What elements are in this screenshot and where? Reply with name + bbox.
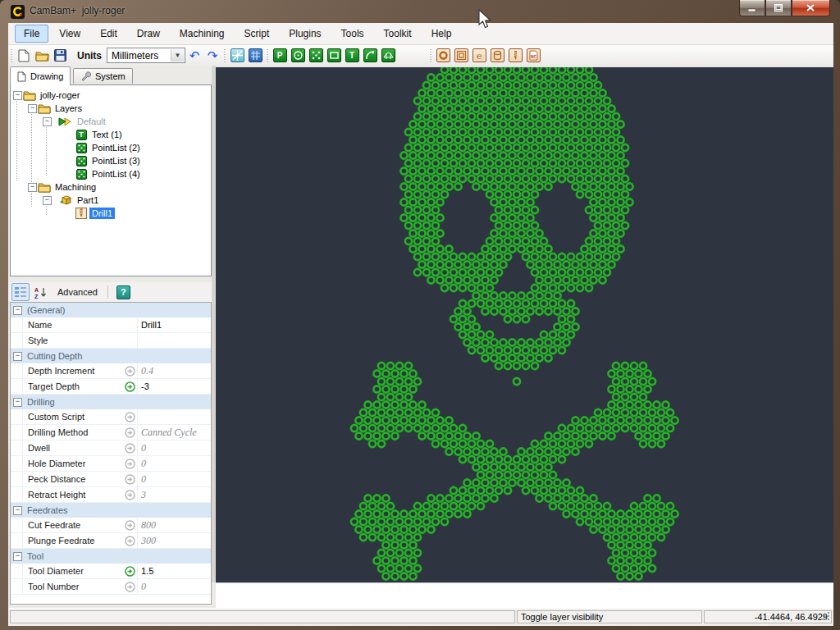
draw-rectangle-icon[interactable] <box>326 48 342 64</box>
machine-profile-icon[interactable] <box>435 48 451 64</box>
property-row[interactable]: Hole Diameter0 <box>11 456 211 472</box>
property-value[interactable] <box>137 333 211 348</box>
default-value-icon[interactable] <box>123 582 137 592</box>
tree-node-text1[interactable]: T Text (1) <box>11 128 211 141</box>
snap-icon[interactable] <box>229 48 245 64</box>
machine-lathe-icon[interactable] <box>489 48 505 64</box>
tree-node-default-layer[interactable]: − Default <box>11 115 211 128</box>
property-row[interactable]: Retract Height3 <box>11 487 211 503</box>
machine-drill-icon[interactable] <box>507 48 523 64</box>
maximize-button[interactable] <box>765 0 792 16</box>
default-value-icon[interactable] <box>123 459 137 469</box>
property-value[interactable]: 0.4 <box>137 363 211 378</box>
grid-icon[interactable] <box>247 48 263 64</box>
draw-circle-icon[interactable] <box>290 48 306 64</box>
property-row[interactable]: Plunge Feedrate300 <box>11 533 211 549</box>
property-value[interactable]: 0 <box>137 472 211 486</box>
tree-node-pointlist4[interactable]: PointList (4) <box>11 167 211 180</box>
drawing-canvas[interactable] <box>216 67 833 582</box>
tree-node-part1[interactable]: − Part1 <box>11 194 211 207</box>
help-icon[interactable]: ? <box>115 284 132 300</box>
tab-drawing[interactable]: Drawing <box>10 66 71 85</box>
property-value[interactable]: 0 <box>137 456 211 471</box>
collapse-box[interactable]: − <box>13 91 22 100</box>
save-icon[interactable] <box>52 48 68 64</box>
tree-node-machining[interactable]: − Machining <box>11 180 211 194</box>
tree-node-pointlist2[interactable]: PointList (2) <box>11 141 211 154</box>
open-folder-icon[interactable] <box>34 48 50 64</box>
menu-help[interactable]: Help <box>422 25 461 43</box>
redo-icon[interactable]: ↷ <box>204 48 221 64</box>
category-row[interactable]: −Drilling <box>11 395 211 409</box>
collapse-box[interactable]: − <box>13 306 22 315</box>
property-row[interactable]: Tool Number0 <box>11 579 211 595</box>
collapse-box[interactable]: − <box>13 506 22 515</box>
draw-text-icon[interactable]: T <box>344 48 360 64</box>
draw-pointlist-icon[interactable] <box>308 48 324 64</box>
tree-node-drill1[interactable]: Drill1 <box>11 207 211 220</box>
menu-view[interactable]: View <box>50 25 89 43</box>
resize-grip-icon[interactable] <box>820 611 830 621</box>
property-row[interactable]: Style <box>11 333 211 349</box>
draw-polyline-icon[interactable]: P <box>272 48 288 64</box>
default-value-icon[interactable] <box>123 474 137 485</box>
menu-tools[interactable]: Tools <box>332 25 373 43</box>
property-row[interactable]: Depth Increment0.4 <box>11 363 211 379</box>
default-value-icon[interactable] <box>123 412 137 422</box>
property-value[interactable]: 800 <box>137 518 211 532</box>
minimize-button[interactable] <box>739 0 765 16</box>
menu-draw[interactable]: Draw <box>128 25 169 43</box>
menu-edit[interactable]: Edit <box>91 25 126 43</box>
categorized-view-icon[interactable] <box>11 283 30 301</box>
tab-system[interactable]: System <box>73 68 133 84</box>
default-value-icon[interactable] <box>123 427 137 438</box>
tree-node-pointlist3[interactable]: PointList (3) <box>11 154 211 167</box>
collapse-box[interactable]: − <box>43 117 52 126</box>
new-file-icon[interactable] <box>16 48 32 64</box>
draw-arc-icon[interactable] <box>362 48 378 64</box>
property-row[interactable]: Drilling MethodCanned Cycle <box>11 425 211 441</box>
collapse-box[interactable]: − <box>13 352 22 361</box>
default-value-icon[interactable] <box>123 366 137 377</box>
machine-pocket-icon[interactable] <box>453 48 469 64</box>
property-row[interactable]: NameDrill1 <box>11 317 211 333</box>
collapse-box[interactable]: − <box>13 552 22 561</box>
category-row[interactable]: −Feedrates <box>11 503 211 518</box>
property-row[interactable]: Dwell0 <box>11 441 211 456</box>
property-value[interactable]: 3 <box>137 487 211 502</box>
property-value[interactable]: Drill1 <box>137 317 211 332</box>
set-value-icon[interactable] <box>123 381 137 392</box>
property-row[interactable]: Custom Script <box>11 409 211 425</box>
menu-script[interactable]: Script <box>235 25 279 43</box>
collapse-box[interactable]: − <box>28 104 37 113</box>
close-button[interactable] <box>792 0 830 16</box>
advanced-label[interactable]: Advanced <box>57 287 98 297</box>
collapse-box[interactable]: − <box>13 398 22 407</box>
property-value[interactable]: 0 <box>137 441 211 455</box>
sort-az-icon[interactable]: AZ <box>33 284 49 300</box>
menu-machining[interactable]: Machining <box>171 25 234 43</box>
property-value[interactable]: 0 <box>137 579 211 594</box>
collapse-box[interactable]: − <box>28 183 37 192</box>
menu-file[interactable]: File <box>15 25 48 43</box>
property-value[interactable]: -3 <box>137 379 211 394</box>
undo-icon[interactable]: ↶ <box>186 48 203 64</box>
default-value-icon[interactable] <box>123 490 137 500</box>
category-row[interactable]: −(General) <box>11 303 211 317</box>
title-bar[interactable]: CamBam+ jolly-roger <box>0 0 840 23</box>
property-value[interactable]: 1.5 <box>137 564 211 578</box>
set-value-icon[interactable] <box>123 566 137 577</box>
draw-surface-icon[interactable] <box>380 48 396 64</box>
category-row[interactable]: −Tool <box>11 549 211 564</box>
default-value-icon[interactable] <box>123 443 137 454</box>
menu-plugins[interactable]: Plugins <box>280 25 330 43</box>
property-value[interactable]: 300 <box>137 533 211 548</box>
property-row[interactable]: Peck Distance0 <box>11 472 211 487</box>
chevron-down-icon[interactable]: ▼ <box>171 49 184 62</box>
machine-gcode-icon[interactable]: NC <box>525 48 541 64</box>
tree-node-layers[interactable]: − Layers <box>11 102 211 115</box>
property-row[interactable]: Tool Diameter1.5 <box>11 564 211 579</box>
property-row[interactable]: Cut Feedrate800 <box>11 518 211 533</box>
collapse-box[interactable]: − <box>43 196 52 205</box>
property-value[interactable] <box>137 409 211 424</box>
